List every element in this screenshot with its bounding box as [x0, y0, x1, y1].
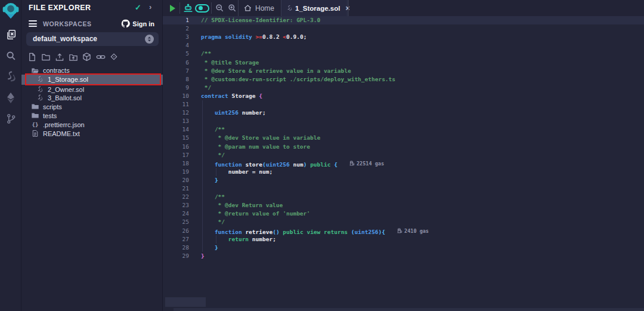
upload-file-icon[interactable]: [55, 53, 64, 62]
file-explorer-panel: FILE EXPLORER ✓ › WORKSPACES Sign in def…: [21, 0, 163, 311]
code-line-11[interactable]: 11: [163, 100, 644, 109]
code-text: /**: [201, 125, 225, 134]
file-tree-item-2-owner-sol[interactable]: 2_Owner.sol: [21, 85, 163, 94]
code-editor[interactable]: 1// SPDX-License-Identifier: GPL-3.023pr…: [163, 16, 644, 311]
zoom-in-button[interactable]: [225, 0, 239, 16]
code-line-28[interactable]: 28 }: [163, 244, 644, 252]
line-number: 6: [163, 58, 189, 67]
code-line-18[interactable]: 18 function store(uint256 num) public {2…: [163, 159, 644, 168]
line-number: 14: [163, 125, 189, 134]
close-tab-icon[interactable]: ×: [345, 4, 349, 13]
remix-logo[interactable]: [0, 2, 21, 20]
solidity-compiler-icon[interactable]: [0, 68, 21, 86]
code-line-23[interactable]: 23 * @dev Return value: [163, 201, 644, 210]
line-number: 26: [163, 227, 189, 235]
code-line-13[interactable]: 13: [163, 117, 644, 125]
file-tree-item-contracts[interactable]: contracts: [21, 66, 163, 75]
code-line-22[interactable]: 22 /**: [163, 193, 644, 201]
code-line-24[interactable]: 24 * @return value of 'number': [163, 210, 644, 218]
upload-folder-icon[interactable]: [69, 53, 78, 62]
file-tree-item-1-storage-sol[interactable]: 1_Storage.sol: [21, 75, 163, 85]
file-explorer-icon[interactable]: [0, 26, 21, 44]
line-number: 25: [163, 218, 189, 226]
zoom-out-button[interactable]: [213, 0, 226, 16]
code-line-26[interactable]: 26 function retrieve() public view retur…: [163, 227, 644, 235]
file-tree-item-3-ballot-sol[interactable]: 3_Ballot.sol: [21, 94, 163, 102]
json-icon: {}: [31, 122, 39, 128]
workspace-select[interactable]: default_workspace: [26, 32, 159, 46]
folder-open-icon: [31, 67, 39, 75]
file-tree-item--prettierrc-json[interactable]: {}.prettierrc.json: [21, 121, 163, 129]
line-number: 7: [163, 67, 189, 75]
code-line-15[interactable]: 15 * @dev Store value in variable: [163, 134, 644, 142]
toggle-on-icon: [195, 4, 209, 13]
code-text: * @dev Store value in variable: [201, 134, 320, 142]
ai-assistant-button[interactable]: [181, 0, 195, 16]
run-script-button[interactable]: [166, 0, 178, 16]
code-line-6[interactable]: 6 * @title Storage: [163, 58, 644, 67]
link-icon[interactable]: [96, 53, 106, 62]
code-line-14[interactable]: 14 /**: [163, 125, 644, 134]
line-number: 23: [163, 201, 189, 210]
code-text: */: [201, 218, 225, 226]
code-line-9[interactable]: 9 */: [163, 84, 644, 92]
code-text: * @custom:dev-run-script ./scripts/deplo…: [201, 75, 395, 84]
code-line-8[interactable]: 8 * @custom:dev-run-script ./scripts/dep…: [163, 75, 644, 84]
chevron-right-icon[interactable]: ›: [149, 2, 151, 11]
gist-diamond-icon[interactable]: [110, 53, 119, 62]
file-tree-item-scripts[interactable]: scripts: [21, 103, 163, 111]
file-label: README.txt: [43, 130, 80, 137]
code-line-17[interactable]: 17 */: [163, 151, 644, 159]
hamburger-menu-icon[interactable]: [29, 20, 37, 27]
line-number: 12: [163, 109, 189, 117]
tab-file-label: 1_Storage.sol: [295, 5, 340, 12]
file-tree-item-tests[interactable]: tests: [21, 112, 163, 120]
deploy-run-icon[interactable]: [0, 89, 21, 107]
code-line-20[interactable]: 20 }: [163, 176, 644, 184]
tab-home[interactable]: Home: [238, 0, 281, 16]
code-line-4[interactable]: 4: [163, 41, 644, 50]
new-folder-icon[interactable]: [41, 53, 51, 62]
line-number: 13: [163, 117, 189, 125]
code-line-7[interactable]: 7 * @dev Store & retrieve value in a var…: [163, 67, 644, 75]
code-text: number = num;: [201, 168, 273, 176]
sign-in-button[interactable]: Sign in: [121, 19, 154, 28]
git-branch-icon[interactable]: [0, 110, 21, 128]
file-tree-item-readme-txt[interactable]: README.txt: [21, 130, 163, 138]
new-file-icon[interactable]: [27, 53, 37, 62]
code-line-5[interactable]: 5/**: [163, 50, 644, 58]
horizontal-scrollbar-thumb[interactable]: [165, 297, 206, 307]
code-text: uint256 number;: [201, 109, 266, 117]
line-number: 18: [163, 159, 189, 168]
code-line-19[interactable]: 19 number = num;: [163, 168, 644, 176]
code-line-10[interactable]: 10contract Storage {: [163, 92, 644, 100]
line-number: 17: [163, 151, 189, 159]
line-number: 9: [163, 84, 189, 92]
code-line-2[interactable]: 2: [163, 24, 644, 33]
line-number: 27: [163, 235, 189, 244]
line-number: 5: [163, 50, 189, 58]
solidity-file-icon: [36, 94, 44, 101]
search-icon[interactable]: [0, 47, 21, 64]
code-text: }: [201, 244, 218, 252]
file-actions-toolbar: [27, 53, 119, 62]
code-line-29[interactable]: 29}: [163, 252, 644, 260]
solidity-file-icon: [36, 86, 44, 93]
editor-topbar: Home 1_Storage.sol ×: [163, 0, 644, 16]
ipfs-cube-icon[interactable]: [82, 53, 92, 62]
copilot-toggle[interactable]: [194, 0, 210, 16]
code-line-16[interactable]: 16 * @param num value to store: [163, 143, 644, 151]
code-line-3[interactable]: 3pragma solidity >=0.8.2 <0.9.0;: [163, 33, 644, 41]
sign-in-label: Sign in: [132, 20, 154, 27]
remix-ide-window: FILE EXPLORER ✓ › WORKSPACES Sign in def…: [0, 0, 644, 311]
code-text: /**: [201, 193, 225, 201]
code-line-25[interactable]: 25 */: [163, 218, 644, 226]
code-line-21[interactable]: 21: [163, 184, 644, 193]
file-label: .prettierrc.json: [43, 121, 85, 128]
code-line-27[interactable]: 27 return number;: [163, 235, 644, 244]
code-line-1[interactable]: 1// SPDX-License-Identifier: GPL-3.0: [163, 16, 644, 24]
tab-1-storage-sol[interactable]: 1_Storage.sol ×: [281, 0, 348, 16]
code-line-12[interactable]: 12 uint256 number;: [163, 109, 644, 117]
line-number: 10: [163, 92, 189, 100]
line-number: 4: [163, 41, 189, 50]
